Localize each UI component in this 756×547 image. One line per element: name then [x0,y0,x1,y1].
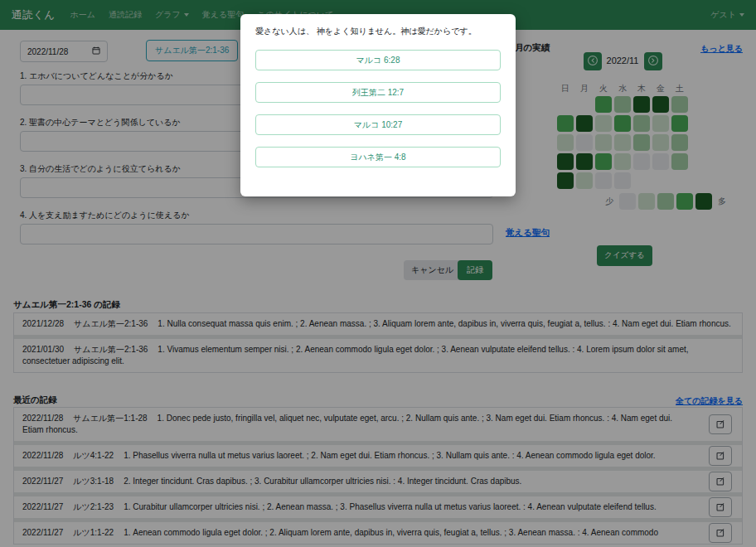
verse-option-button-1[interactable]: マルコ 6:28 [255,50,501,70]
verse-option-button-3[interactable]: マルコ 10:27 [255,114,501,135]
verse-option-button-4[interactable]: ヨハネ第一 4:8 [255,147,501,167]
verse-options: マルコ 6:28列王第二 12:7マルコ 10:27ヨハネ第一 4:8 [255,50,501,167]
verse-quote-text: 愛さない人は、 神をよく知りません。神は愛だからです。 [255,26,501,37]
verse-quiz-modal: 愛さない人は、 神をよく知りません。神は愛だからです。 マルコ 6:28列王第二… [240,14,516,196]
verse-option-button-2[interactable]: 列王第二 12:7 [255,82,501,103]
page: 通読くん ホーム通読記録グラフ覚える聖句このサイトについて ゲスト 2022/1… [0,0,756,547]
